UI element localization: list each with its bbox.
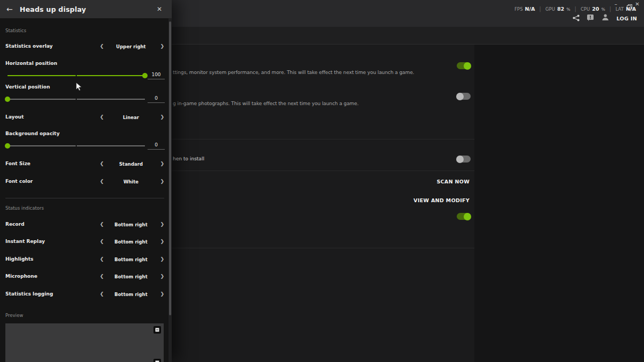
chevron-left-icon[interactable]: ❮ (100, 43, 104, 49)
panel-title: Heads up display (20, 5, 157, 13)
font-size-row: Font Size ❮ Standard ❯ (5, 160, 164, 168)
background-opacity-label: Background opacity (5, 131, 60, 136)
section-preview: Preview (5, 313, 23, 318)
record-row: Record ❮ Bottom right ❯ (5, 221, 164, 228)
log-in-button[interactable]: LOG IN (617, 16, 637, 21)
record-value: Bottom right (105, 222, 157, 227)
stat-separator: | (539, 6, 541, 12)
stats-overlay-preview-icon (153, 326, 161, 333)
fps-stat: FPS N/A (515, 6, 535, 12)
gpu-stat: GPU 82 % (545, 6, 570, 12)
divider (172, 139, 474, 139)
font-color-row: Font color ❮ White ❯ (5, 178, 164, 186)
background-opacity-value[interactable]: 0 (148, 142, 165, 150)
chevron-right-icon[interactable]: ❯ (160, 43, 164, 49)
section-status-indicators: Status indicators (5, 205, 44, 211)
avatar-icon[interactable] (601, 13, 610, 24)
slider-thumb[interactable] (5, 97, 10, 102)
view-and-modify-button[interactable]: VIEW AND MODIFY (414, 197, 470, 203)
chevron-right-icon[interactable]: ❯ (160, 256, 164, 262)
heads-up-display-panel: ← Heads up display ✕ Statistics Statisti… (0, 0, 172, 362)
feature-toggle[interactable] (457, 213, 471, 220)
chevron-left-icon[interactable]: ❮ (100, 239, 104, 244)
statistics-overlay-row: Statistics overlay ❮ Upper right ❯ (5, 43, 164, 50)
panel-header: ← Heads up display ✕ (0, 0, 172, 18)
install-setting-label: hen to install (173, 156, 204, 161)
highlights-value: Bottom right (105, 257, 157, 262)
close-icon[interactable]: ✕ (157, 5, 162, 13)
chevron-left-icon[interactable]: ❮ (100, 114, 104, 120)
photo-mode-toggle[interactable] (457, 93, 471, 100)
chevron-left-icon[interactable]: ❮ (100, 221, 104, 227)
chevron-right-icon[interactable]: ❯ (160, 114, 164, 120)
instant-replay-row: Instant Replay ❮ Bottom right ❯ (5, 238, 164, 246)
panel-scrollbar-thumb[interactable] (169, 21, 171, 315)
layout-value: Linear (105, 115, 157, 120)
microphone-row: Microphone ❮ Bottom right ❯ (5, 273, 164, 280)
latency-stat: LAT N/A (616, 6, 636, 12)
horizontal-position-label: Horizontal position (5, 61, 57, 66)
chevron-left-icon[interactable]: ❮ (100, 256, 104, 262)
back-icon[interactable]: ← (6, 5, 13, 13)
divider (172, 171, 474, 171)
chevron-right-icon[interactable]: ❯ (160, 161, 164, 166)
install-toggle[interactable] (457, 156, 471, 162)
highlights-row: Highlights ❮ Bottom right ❯ (5, 256, 164, 263)
stat-separator: | (575, 6, 576, 12)
stats-overlay-preview-icon (153, 358, 161, 362)
section-statistics: Statistics (5, 28, 26, 33)
chevron-right-icon[interactable]: ❯ (160, 274, 164, 279)
photo-description: g in-game photographs. This will take ef… (173, 101, 358, 106)
overlay-description: ttings, monitor system performance, and … (173, 70, 414, 75)
statistics-logging-value: Bottom right (105, 292, 157, 297)
background-opacity-slider[interactable] (8, 143, 145, 149)
vertical-position-value[interactable]: 0 (148, 95, 165, 103)
chevron-right-icon[interactable]: ❯ (160, 221, 164, 227)
horizontal-position-value[interactable]: 100 (148, 72, 165, 79)
nvidia-app-window: – ✕ FPS N/A | GPU 82 % | CPU 20 % | LAT … (0, 0, 644, 362)
chevron-left-icon[interactable]: ❮ (100, 179, 104, 184)
system-stats: FPS N/A | GPU 82 % | CPU 20 % | LAT N/A (515, 6, 636, 12)
statistics-logging-row: Statistics logging ❮ Bottom right ❯ (5, 291, 164, 298)
vertical-position-slider[interactable] (8, 97, 145, 102)
microphone-value: Bottom right (105, 274, 157, 279)
stat-separator: | (610, 6, 611, 12)
font-color-value: White (105, 179, 157, 184)
slider-thumb[interactable] (5, 143, 10, 149)
chevron-left-icon[interactable]: ❮ (100, 161, 104, 166)
share-icon[interactable] (573, 13, 580, 24)
preview-box (5, 323, 164, 362)
slider-thumb[interactable] (142, 73, 148, 78)
panel-divider (5, 198, 164, 198)
statistics-overlay-value: Upper right (105, 44, 157, 49)
header-actions: LOG IN (573, 13, 637, 24)
chevron-left-icon[interactable]: ❮ (100, 291, 104, 297)
font-size-value: Standard (105, 161, 157, 167)
chevron-left-icon[interactable]: ❮ (100, 274, 104, 279)
layout-row: Layout ❮ Linear ❯ (5, 114, 164, 121)
horizontal-position-slider[interactable] (8, 73, 145, 78)
vertical-position-label: Vertical position (5, 84, 50, 90)
chevron-right-icon[interactable]: ❯ (160, 239, 164, 244)
cpu-stat: CPU 20 % (581, 6, 605, 12)
overlay-toggle[interactable] (457, 62, 471, 69)
instant-replay-value: Bottom right (105, 239, 157, 245)
scan-now-button[interactable]: SCAN NOW (437, 179, 470, 184)
divider (172, 248, 474, 248)
notification-icon[interactable] (587, 13, 594, 24)
settings-content: ttings, monitor system performance, and … (172, 45, 474, 362)
chevron-right-icon[interactable]: ❯ (160, 291, 164, 297)
chevron-right-icon[interactable]: ❯ (160, 179, 164, 184)
